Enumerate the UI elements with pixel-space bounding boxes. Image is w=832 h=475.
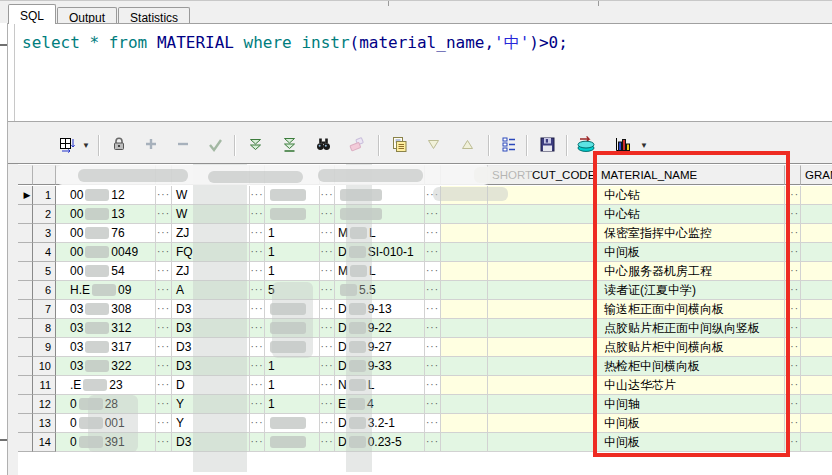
cell-spec[interactable] (335, 205, 425, 224)
cell-ellipsis-button[interactable]: ··· (156, 224, 172, 243)
cell-name[interactable]: 中心服务器机房工程 (597, 262, 785, 281)
cell-code[interactable]: 0054 (56, 262, 156, 281)
find-button[interactable] (310, 133, 336, 159)
cell-spec[interactable]: D9-27 (335, 338, 425, 357)
cell-gram[interactable] (801, 281, 832, 300)
row-marker[interactable] (18, 300, 33, 319)
cell-gram[interactable] (801, 376, 832, 395)
cell-code[interactable]: .E23 (56, 376, 156, 395)
results-grid[interactable]: SHORTCUT_CODEMATERIAL_NAMEGRAM▶10012···W… (8, 163, 832, 475)
cell-narrow[interactable] (441, 243, 488, 262)
cell-ellipsis-button[interactable]: ··· (320, 186, 335, 205)
row-marker[interactable] (18, 205, 33, 224)
cell-ellipsis-button[interactable]: ··· (250, 262, 265, 281)
cell-code[interactable]: 03322 (56, 357, 156, 376)
cell-narrow[interactable] (441, 414, 488, 433)
cell-ellipsis-button[interactable]: ··· (156, 376, 172, 395)
cell-code[interactable]: 0012 (56, 186, 156, 205)
cell-ellipsis-button[interactable]: ··· (250, 224, 265, 243)
cell-gram[interactable] (801, 186, 832, 205)
row-number[interactable]: 11 (33, 376, 56, 395)
cell-ellipsis-button[interactable]: ··· (250, 186, 265, 205)
cell-name[interactable]: 中心钻 (597, 186, 785, 205)
cell-spec[interactable]: E4 (335, 395, 425, 414)
row-number[interactable]: 4 (33, 243, 56, 262)
cell-ellipsis-button[interactable]: ··· (785, 395, 801, 414)
cell-type[interactable]: D (172, 376, 250, 395)
column-header[interactable] (785, 165, 801, 185)
cell-name[interactable]: 中间轴 (597, 395, 785, 414)
cell-narrow[interactable] (441, 186, 488, 205)
cell-ellipsis-button[interactable]: ··· (156, 243, 172, 262)
insert-row-button[interactable] (138, 133, 164, 159)
cell-code[interactable]: 0391 (56, 433, 156, 452)
cell-gram[interactable] (801, 319, 832, 338)
cell-type[interactable]: FQ (172, 243, 250, 262)
cell-name[interactable]: 输送柜正面中间横向板 (597, 300, 785, 319)
cell-qty[interactable]: 1 (265, 395, 320, 414)
cell-ellipsis-button[interactable]: ··· (425, 186, 441, 205)
cell-spec[interactable]: D9-13 (335, 300, 425, 319)
row-marker[interactable] (18, 357, 33, 376)
cell-narrow[interactable] (441, 376, 488, 395)
cell-ellipsis-button[interactable]: ··· (425, 414, 441, 433)
cell-narrow[interactable] (441, 357, 488, 376)
cell-name[interactable]: 中心钻 (597, 205, 785, 224)
column-header[interactable] (425, 165, 441, 185)
cell-type[interactable]: D3 (172, 300, 250, 319)
cell-shortcut[interactable] (488, 186, 597, 205)
cell-qty[interactable] (265, 186, 320, 205)
save-button[interactable] (534, 133, 560, 159)
cell-ellipsis-button[interactable]: ··· (425, 338, 441, 357)
cell-ellipsis-button[interactable]: ··· (156, 205, 172, 224)
cell-shortcut[interactable] (488, 243, 597, 262)
cell-ellipsis-button[interactable]: ··· (425, 205, 441, 224)
cell-narrow[interactable] (441, 262, 488, 281)
cell-gram[interactable] (801, 395, 832, 414)
cell-ellipsis-button[interactable]: ··· (320, 243, 335, 262)
row-number[interactable]: 9 (33, 338, 56, 357)
cell-ellipsis-button[interactable]: ··· (320, 262, 335, 281)
cell-code[interactable]: 03312 (56, 319, 156, 338)
cell-narrow[interactable] (441, 338, 488, 357)
column-header[interactable] (18, 165, 33, 185)
cell-shortcut[interactable] (488, 224, 597, 243)
commit-button[interactable] (202, 133, 228, 159)
lock-button[interactable] (106, 133, 132, 159)
cell-qty[interactable]: 1 (265, 262, 320, 281)
cell-spec[interactable]: 5.5 (335, 281, 425, 300)
cell-qty[interactable] (265, 205, 320, 224)
cell-narrow[interactable] (441, 433, 488, 452)
cell-ellipsis-button[interactable]: ··· (785, 281, 801, 300)
column-header[interactable] (156, 165, 172, 185)
cell-ellipsis-button[interactable]: ··· (320, 376, 335, 395)
row-marker[interactable] (18, 376, 33, 395)
cell-spec[interactable]: D9-33 (335, 357, 425, 376)
cell-ellipsis-button[interactable]: ··· (156, 395, 172, 414)
grid-view-dropdown-caret[interactable]: ▼ (82, 141, 90, 150)
row-number[interactable]: 6 (33, 281, 56, 300)
cell-spec[interactable]: NL (335, 376, 425, 395)
tab-statistics[interactable]: Statistics (118, 7, 190, 24)
cell-ellipsis-button[interactable]: ··· (156, 186, 172, 205)
cell-shortcut[interactable] (488, 433, 597, 452)
cell-ellipsis-button[interactable]: ··· (250, 395, 265, 414)
cell-ellipsis-button[interactable]: ··· (250, 433, 265, 452)
cell-ellipsis-button[interactable]: ··· (156, 357, 172, 376)
cell-code[interactable]: 0013 (56, 205, 156, 224)
cell-type[interactable]: D3 (172, 357, 250, 376)
sql-editor[interactable]: select * from MATERIAL where instr(mater… (8, 23, 832, 122)
cell-ellipsis-button[interactable]: ··· (156, 338, 172, 357)
cell-gram[interactable] (801, 224, 832, 243)
cell-ellipsis-button[interactable]: ··· (785, 205, 801, 224)
cell-spec[interactable]: D3.2-1 (335, 414, 425, 433)
cell-ellipsis-button[interactable]: ··· (425, 433, 441, 452)
cell-ellipsis-button[interactable]: ··· (785, 224, 801, 243)
cell-qty[interactable]: 1 (265, 243, 320, 262)
column-header[interactable] (56, 165, 156, 185)
column-header[interactable] (33, 165, 56, 185)
cell-ellipsis-button[interactable]: ··· (785, 414, 801, 433)
row-marker[interactable] (18, 262, 33, 281)
row-number[interactable]: 1 (33, 186, 56, 205)
cell-ellipsis-button[interactable]: ··· (785, 319, 801, 338)
